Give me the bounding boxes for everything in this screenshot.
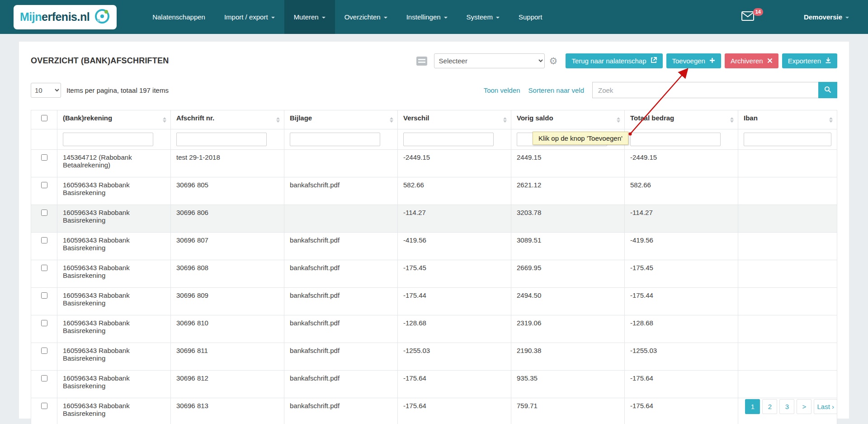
nav-item-muteren[interactable]: Muteren [284, 0, 335, 34]
row-checkbox-cell [31, 233, 57, 260]
filter-input-verschil[interactable] [403, 133, 494, 146]
page-size-controls: 10 Items per pagina, totaal 197 items [31, 83, 169, 98]
nav-item-overzichten[interactable]: Overzichten [335, 0, 397, 34]
column-header-bijlage[interactable]: Bijlage [284, 110, 398, 129]
close-icon [767, 57, 773, 65]
grid-icon[interactable] [416, 56, 428, 67]
search-icon [824, 86, 831, 95]
cell-rekening: 160596343 Rabobank Basisrekening [57, 260, 171, 288]
cell-vorig-saldo: 3203.78 [511, 205, 625, 233]
column-header-vorig-saldo[interactable]: Vorig saldo [511, 110, 625, 129]
nav-item-import-export[interactable]: Import / export [215, 0, 284, 34]
add-button[interactable]: Toevoegen [666, 53, 721, 68]
logo-emblem-icon [94, 8, 110, 26]
filter-cell-totaal-bedrag [625, 129, 738, 150]
column-header-afschrift-nr[interactable]: Afschrift nr. [171, 110, 284, 129]
cell-vorig-saldo: 2449.15 [511, 150, 625, 177]
filter-cell-iban [738, 129, 837, 150]
filter-input-bank-rekening[interactable] [63, 133, 153, 146]
back-to-estate-button[interactable]: Terug naar nalatenschap [566, 53, 662, 68]
row-checkbox[interactable] [41, 375, 47, 381]
cell-vorig-saldo: 2190.38 [511, 343, 625, 371]
cell-rekening: 160596343 Rabobank Basisrekening [57, 343, 171, 371]
user-menu[interactable]: Demoversie [804, 13, 849, 21]
nav-item-systeem[interactable]: Systeem [457, 0, 509, 34]
column-label: Bijlage [290, 114, 312, 122]
cell-bijlage [284, 150, 398, 177]
plus-icon [709, 57, 715, 65]
table-header-row: (Bank)rekeningAfschrift nr.BijlageVersch… [31, 110, 837, 129]
cell-afschrift-nr: 30696 807 [171, 233, 284, 260]
app-logo[interactable]: Mijnerfenis.nl [14, 5, 117, 29]
page-size-select[interactable]: 10 [31, 83, 61, 98]
filter-input-bijlage[interactable] [290, 133, 380, 146]
filter-cell-bijlage [284, 129, 398, 150]
inbox-button[interactable]: 14 [741, 11, 754, 23]
nav-item-nalatenschappen[interactable]: Nalatenschappen [143, 0, 215, 34]
pagination-next[interactable]: > [797, 399, 811, 414]
sort-icon[interactable] [390, 117, 393, 123]
sort-icon[interactable] [617, 117, 620, 123]
cell-vorig-saldo: 759.71 [511, 398, 625, 424]
cell-verschil: -175.64 [398, 398, 511, 424]
row-checkbox-cell [31, 177, 57, 205]
sort-icon[interactable] [503, 117, 507, 123]
row-checkbox[interactable] [41, 154, 47, 161]
cell-rekening: 160596343 Rabobank Basisrekening [57, 315, 171, 343]
row-checkbox[interactable] [41, 210, 47, 216]
row-checkbox-cell [31, 343, 57, 371]
column-header-verschil[interactable]: Verschil [398, 110, 511, 129]
sort-icon[interactable] [730, 117, 734, 123]
cell-afschrift-nr: 30696 813 [171, 398, 284, 424]
row-checkbox[interactable] [41, 403, 47, 409]
filter-input-iban[interactable] [744, 133, 831, 146]
cell-rekening: 160596343 Rabobank Basisrekening [57, 205, 171, 233]
export-button[interactable]: Exporteren [782, 53, 837, 68]
sort-icon[interactable] [163, 117, 166, 123]
row-checkbox[interactable] [41, 292, 47, 299]
column-header-totaal-bedrag[interactable]: Totaal bedrag [625, 110, 738, 129]
search-input[interactable] [592, 82, 818, 98]
search-button[interactable] [818, 82, 837, 98]
table-row: 160596343 Rabobank Basisrekening30696 81… [31, 343, 837, 371]
cell-rekening: 160596343 Rabobank Basisrekening [57, 398, 171, 424]
pagination-page-2[interactable]: 2 [762, 399, 777, 414]
pagination-last[interactable]: Last › [814, 399, 837, 414]
pagination-page-1[interactable]: 1 [745, 399, 760, 414]
pagination-page-3[interactable]: 3 [779, 399, 794, 414]
filter-input-totaal-bedrag[interactable] [630, 133, 721, 146]
show-fields-link[interactable]: Toon velden [484, 86, 520, 94]
sort-by-field-link[interactable]: Sorteren naar veld [528, 86, 584, 94]
cell-iban [738, 205, 837, 233]
row-checkbox[interactable] [41, 265, 47, 271]
filter-input-afschrift-nr[interactable] [176, 133, 267, 146]
cell-vorig-saldo: 2621.12 [511, 177, 625, 205]
row-checkbox[interactable] [41, 348, 47, 354]
cell-afschrift-nr: test 29-1-2018 [171, 150, 284, 177]
chevron-down-icon [444, 17, 448, 19]
entity-select[interactable]: Selecteer [434, 53, 545, 68]
cell-afschrift-nr: 30696 808 [171, 260, 284, 288]
select-all-checkbox[interactable] [41, 115, 47, 121]
page-title: OVERZICHT (BANK)AFSCHRIFTEN [31, 56, 169, 66]
sort-icon[interactable] [829, 117, 833, 123]
chevron-down-icon [845, 17, 849, 19]
row-checkbox[interactable] [41, 320, 47, 326]
cell-rekening: 160596343 Rabobank Basisrekening [57, 371, 171, 398]
gear-icon[interactable]: ⚙ [549, 56, 558, 67]
column-label: Totaal bedrag [630, 114, 674, 122]
row-checkbox[interactable] [41, 182, 47, 188]
cell-verschil: -128.68 [398, 315, 511, 343]
sort-icon[interactable] [276, 117, 280, 123]
items-total-text: Items per pagina, totaal 197 items [66, 86, 169, 94]
column-header-iban[interactable]: Iban [738, 110, 837, 129]
column-label: Vorig saldo [517, 114, 553, 122]
nav-item-support[interactable]: Support [509, 0, 552, 34]
inbox-count-badge: 14 [753, 8, 763, 16]
archive-button[interactable]: Archiveren [725, 53, 778, 68]
filter-cell-afschrift-nr [171, 129, 284, 150]
nav-item-instellingen[interactable]: Instellingen [397, 0, 457, 34]
row-checkbox[interactable] [41, 237, 47, 243]
column-header-bank-rekening[interactable]: (Bank)rekening [57, 110, 171, 129]
download-icon [825, 57, 831, 65]
